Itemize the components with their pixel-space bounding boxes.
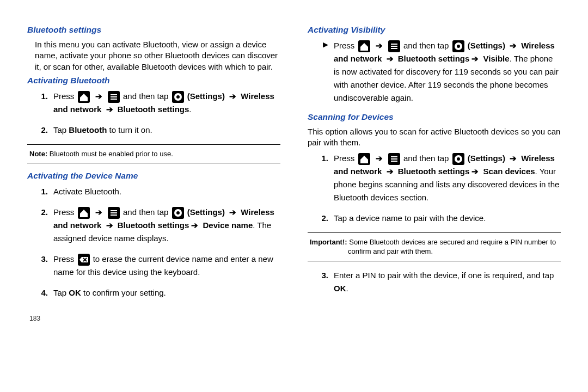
step-number: 1. bbox=[308, 152, 334, 204]
page-number: 183 bbox=[29, 315, 280, 322]
home-icon bbox=[358, 40, 370, 52]
triangle-bullet-icon: ▶ bbox=[308, 39, 334, 105]
arrow-icon: ➔ bbox=[384, 167, 396, 176]
text-bold: (Settings) bbox=[187, 91, 227, 101]
text-bold: OK bbox=[334, 284, 346, 293]
steps-device-name: 1. Activate Bluetooth. 2. Press ➔ and th… bbox=[27, 185, 280, 299]
arrow-icon: ➔ bbox=[373, 154, 385, 163]
left-column: Bluetooth settings In this menu you can … bbox=[27, 22, 280, 376]
svg-rect-7 bbox=[111, 215, 117, 216]
right-column: Activating Visibility ▶ Press ➔ and then… bbox=[308, 22, 561, 376]
svg-rect-15 bbox=[391, 156, 397, 157]
text: Press bbox=[53, 254, 77, 264]
step-number: 1. bbox=[27, 90, 53, 116]
text: Press bbox=[53, 91, 77, 101]
arrow-icon: ➔ bbox=[104, 220, 115, 230]
menu-icon bbox=[388, 153, 400, 165]
heading-visibility: Activating Visibility bbox=[308, 25, 561, 35]
arrow-icon: ➔ bbox=[189, 220, 200, 230]
heading-device-name: Activating the Device Name bbox=[27, 171, 280, 181]
steps-activating-bluetooth: 1. Press ➔ and then tap (Settings) ➔ Wir… bbox=[27, 90, 280, 137]
text-bold: Device name bbox=[203, 220, 253, 230]
menu-icon bbox=[108, 91, 120, 103]
text: and then tap bbox=[123, 207, 171, 217]
arrow-icon: ➔ bbox=[507, 41, 519, 50]
manual-page: Bluetooth settings In this menu you can … bbox=[0, 0, 588, 392]
text-bold: OK bbox=[69, 288, 81, 297]
step-number: 3. bbox=[308, 269, 334, 295]
heading-scanning: Scanning for Devices bbox=[308, 112, 561, 122]
step-body: Press ➔ and then tap (Settings) ➔ Wirele… bbox=[53, 90, 280, 116]
arrow-icon: ➔ bbox=[384, 54, 396, 63]
step-body: Press ➔ and then tap (Settings) ➔ Wirele… bbox=[53, 206, 280, 245]
text: Press bbox=[334, 41, 357, 50]
step-body: Press to erase the current device name a… bbox=[53, 253, 280, 279]
text-bold: (Settings) bbox=[468, 154, 507, 163]
text: and then tap bbox=[403, 154, 451, 163]
step-number: 2. bbox=[308, 212, 334, 225]
svg-point-9 bbox=[176, 211, 180, 215]
svg-rect-1 bbox=[111, 96, 117, 97]
arrow-icon: ➔ bbox=[104, 105, 115, 114]
arrow-icon: ➔ bbox=[93, 91, 105, 101]
arrow-icon: ➔ bbox=[469, 54, 481, 63]
steps-scanning: 1. Press ➔ and then tap (Settings) ➔ Wir… bbox=[308, 152, 561, 225]
arrow-icon: ➔ bbox=[227, 207, 238, 217]
bullet-visibility: ▶ Press ➔ and then tap (Settings) ➔ Wire… bbox=[308, 39, 561, 105]
step-body: Tap a device name to pair with the devic… bbox=[334, 212, 561, 225]
home-icon bbox=[78, 91, 90, 103]
important-box: Important!: Some Bluetooth devices are s… bbox=[308, 232, 561, 261]
text: to confirm your setting. bbox=[81, 288, 166, 297]
para-scan-intro: This option allows you to scan for activ… bbox=[308, 126, 561, 149]
text-bold: (Settings) bbox=[187, 207, 227, 217]
text: Tap bbox=[53, 125, 69, 134]
text-bold: Bluetooth settings bbox=[118, 220, 189, 230]
text: . bbox=[346, 284, 348, 293]
step-body: Tap Bluetooth to turn it on. bbox=[53, 124, 280, 137]
text: Tap bbox=[53, 288, 69, 297]
heading-activating-bluetooth: Activating Bluetooth bbox=[27, 76, 280, 85]
step-body: Press ➔ and then tap (Settings) ➔ Wirele… bbox=[334, 152, 561, 204]
text-bold: (Settings) bbox=[468, 41, 507, 50]
step-number: 2. bbox=[27, 124, 53, 137]
svg-rect-6 bbox=[111, 212, 117, 213]
step-number: 3. bbox=[27, 253, 53, 279]
svg-point-4 bbox=[176, 95, 180, 99]
home-icon bbox=[358, 153, 370, 165]
gear-icon bbox=[452, 153, 464, 165]
step-body: Activate Bluetooth. bbox=[53, 185, 280, 198]
step-number: 1. bbox=[27, 185, 53, 198]
gear-icon bbox=[172, 91, 184, 103]
arrow-icon: ➔ bbox=[469, 167, 481, 176]
svg-point-14 bbox=[457, 45, 460, 48]
arrow-icon: ➔ bbox=[373, 41, 385, 50]
text-bold: Visible bbox=[483, 54, 510, 63]
svg-rect-11 bbox=[391, 46, 397, 47]
step-body: Press ➔ and then tap (Settings) ➔ Wirele… bbox=[334, 39, 561, 105]
text: Enter a PIN to pair with the device, if … bbox=[334, 271, 554, 280]
arrow-icon: ➔ bbox=[227, 91, 238, 101]
heading-bluetooth-settings: Bluetooth settings bbox=[27, 25, 280, 35]
svg-rect-10 bbox=[391, 44, 397, 45]
para-bluetooth-intro: In this menu you can activate Bluetooth,… bbox=[35, 39, 280, 72]
step-number: 4. bbox=[27, 286, 53, 299]
note-body: Bluetooth must be enabled prior to use. bbox=[47, 150, 173, 158]
menu-icon bbox=[388, 40, 400, 52]
text: Press bbox=[53, 207, 77, 217]
steps-scanning-cont: 3. Enter a PIN to pair with the device, … bbox=[308, 269, 561, 295]
arrow-icon: ➔ bbox=[93, 207, 105, 217]
step-body: Enter a PIN to pair with the device, if … bbox=[334, 269, 561, 295]
note-lead: Note: bbox=[29, 150, 47, 158]
arrow-icon: ➔ bbox=[507, 154, 519, 163]
svg-rect-16 bbox=[391, 158, 397, 160]
text: Press bbox=[334, 154, 357, 163]
backspace-icon bbox=[78, 254, 90, 266]
text: and then tap bbox=[403, 41, 451, 50]
home-icon bbox=[78, 207, 90, 219]
svg-rect-12 bbox=[391, 48, 397, 49]
gear-icon bbox=[452, 40, 464, 52]
text-bold: Bluetooth bbox=[69, 125, 107, 134]
important-lead: Important!: bbox=[310, 238, 347, 246]
step-number: 2. bbox=[27, 206, 53, 245]
text-bold: Bluetooth settings bbox=[118, 105, 189, 114]
